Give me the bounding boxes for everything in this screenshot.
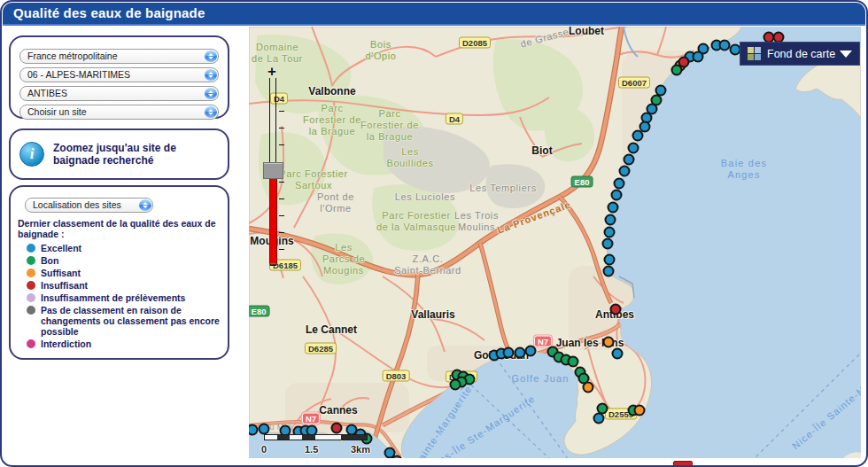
page-title: Qualité des eaux de baignade xyxy=(3,3,865,24)
legend-item-bon: Bon xyxy=(27,255,221,266)
site-marker-excellent[interactable] xyxy=(624,154,635,166)
app-header: Qualité des eaux de baignade xyxy=(3,3,865,26)
chevron-down-icon xyxy=(840,51,852,58)
site-select[interactable]: Choisir un site xyxy=(19,105,219,120)
site-marker-excellent[interactable] xyxy=(693,51,704,63)
site-marker-bon[interactable] xyxy=(568,356,579,368)
zoom-tick xyxy=(279,215,284,216)
zoom-track-filled[interactable] xyxy=(269,177,277,265)
partial-logo-icon xyxy=(673,461,693,467)
chevron-updown-icon[interactable] xyxy=(139,199,151,211)
site-marker-excellent[interactable] xyxy=(593,413,605,424)
zoom-tick xyxy=(279,232,284,233)
chevron-updown-icon[interactable] xyxy=(205,69,217,81)
site-marker-excellent[interactable] xyxy=(614,178,625,190)
commune-select[interactable]: ANTIBES xyxy=(19,86,219,101)
legend-item-label: Excellent xyxy=(41,243,81,253)
prelevements-dot-icon xyxy=(27,293,35,302)
scale-bar-labels: 0 1.5 3km xyxy=(264,444,368,455)
zoom-tick xyxy=(279,144,284,145)
site-marker-excellent[interactable] xyxy=(503,347,515,359)
zoom-tick xyxy=(279,182,284,183)
zoom-tick xyxy=(279,249,284,250)
site-marker-excellent[interactable] xyxy=(628,143,639,154)
site-marker-excellent[interactable] xyxy=(602,238,614,250)
site-marker-excellent[interactable] xyxy=(525,346,537,357)
site-marker-excellent[interactable] xyxy=(604,227,616,238)
site-marker-excellent[interactable] xyxy=(604,254,616,266)
scale-segment xyxy=(290,435,302,440)
site-marker-excellent[interactable] xyxy=(611,190,623,201)
site-marker-suffisant[interactable] xyxy=(583,382,594,393)
legend-item-label: Insuffisant xyxy=(41,280,88,291)
zoom-slider-handle[interactable] xyxy=(263,162,283,179)
legend-item-label: Insuffisamment de prélèvements xyxy=(41,292,185,303)
legend-panel: Localisation des sites Dernier classemen… xyxy=(9,185,229,360)
layer-select-value: Localisation des sites xyxy=(26,198,152,211)
zoom-track[interactable] xyxy=(269,78,276,166)
country-select-value: France métropolitaine xyxy=(20,50,218,62)
map-terrain xyxy=(249,27,861,458)
legend-item-prelevements: Insuffisamment de prélèvements xyxy=(27,292,221,303)
site-marker-insuffisant[interactable] xyxy=(331,423,343,434)
scale-segment xyxy=(277,435,290,440)
layer-select[interactable]: Localisation des sites xyxy=(25,198,153,213)
site-marker-excellent[interactable] xyxy=(605,214,616,226)
scale-segment xyxy=(302,435,315,440)
site-marker-excellent[interactable] xyxy=(603,266,615,277)
site-marker-excellent[interactable] xyxy=(612,348,624,360)
department-select-value: 06 - ALPES-MARITIMES xyxy=(20,68,218,81)
zoom-tick xyxy=(279,198,284,199)
scale-label: 3km xyxy=(351,444,370,455)
site-marker-excellent[interactable] xyxy=(608,202,619,214)
zoom-control: + − xyxy=(261,64,288,268)
legend-item-label: Pas de classement en raison de changemen… xyxy=(41,305,221,337)
scale-segment xyxy=(265,435,277,440)
suffisant-dot-icon xyxy=(27,269,35,277)
scale-segment xyxy=(315,435,341,440)
chevron-updown-icon[interactable] xyxy=(205,88,217,99)
legend-title: Dernier classement de la qualité des eau… xyxy=(18,218,221,239)
legend-item-excellent: Excellent xyxy=(27,243,221,253)
site-marker-excellent[interactable] xyxy=(259,424,270,435)
bon-dot-icon xyxy=(27,256,35,265)
insuffisant-dot-icon xyxy=(27,281,35,290)
legend-item-label: Suffisant xyxy=(41,268,81,278)
scale-segment xyxy=(341,435,367,440)
site-marker-bon[interactable] xyxy=(450,379,461,391)
department-select[interactable]: 06 - ALPES-MARITIMES xyxy=(19,67,219,82)
location-selects-panel: France métropolitaine 06 - ALPES-MARITIM… xyxy=(9,35,229,119)
page: Qualité des eaux de baignade France métr… xyxy=(0,0,868,467)
site-marker-bon[interactable] xyxy=(671,65,683,76)
legend-item-label: Interdiction xyxy=(41,339,91,349)
info-icon: i xyxy=(19,142,44,167)
site-marker-excellent[interactable] xyxy=(632,130,644,142)
site-marker-suffisant[interactable] xyxy=(603,337,615,348)
site-marker-suffisant[interactable] xyxy=(634,405,646,416)
zoom-tick xyxy=(279,111,284,112)
scale-bar: 0 1.5 3km xyxy=(264,434,368,455)
chevron-updown-icon[interactable] xyxy=(205,106,217,118)
info-text: Zoomez jusqu'au site de baignade recherc… xyxy=(53,142,219,167)
none-dot-icon xyxy=(27,306,35,315)
info-panel: i Zoomez jusqu'au site de baignade reche… xyxy=(9,128,229,180)
zoom-out-button[interactable]: − xyxy=(269,257,277,272)
site-marker-excellent[interactable] xyxy=(515,347,526,359)
site-marker-excellent[interactable] xyxy=(619,166,631,177)
layers-tiles-icon xyxy=(748,47,761,60)
legend-item-suffisant: Suffisant xyxy=(27,268,221,278)
scale-bar-segments xyxy=(264,434,368,440)
interdiction-dot-icon xyxy=(27,339,35,348)
scale-label: 1.5 xyxy=(305,444,318,455)
map-canvas[interactable]: + − 0 1.5 3km Fond de carte ValbonneBiot… xyxy=(249,27,861,458)
country-select[interactable]: France métropolitaine xyxy=(19,49,219,64)
chevron-updown-icon[interactable] xyxy=(205,51,217,62)
legend-item-label: Bon xyxy=(41,255,58,266)
zoom-tick xyxy=(279,128,284,128)
legend-item-interdiction: Interdiction xyxy=(27,339,221,349)
excellent-dot-icon xyxy=(27,244,35,253)
basemap-button[interactable]: Fond de carte xyxy=(740,42,860,66)
legend-item-none: Pas de classement en raison de changemen… xyxy=(27,305,221,337)
legend-items: ExcellentBonSuffisantInsuffisantInsuffis… xyxy=(18,243,221,349)
site-marker-insuffisant[interactable] xyxy=(610,304,622,315)
